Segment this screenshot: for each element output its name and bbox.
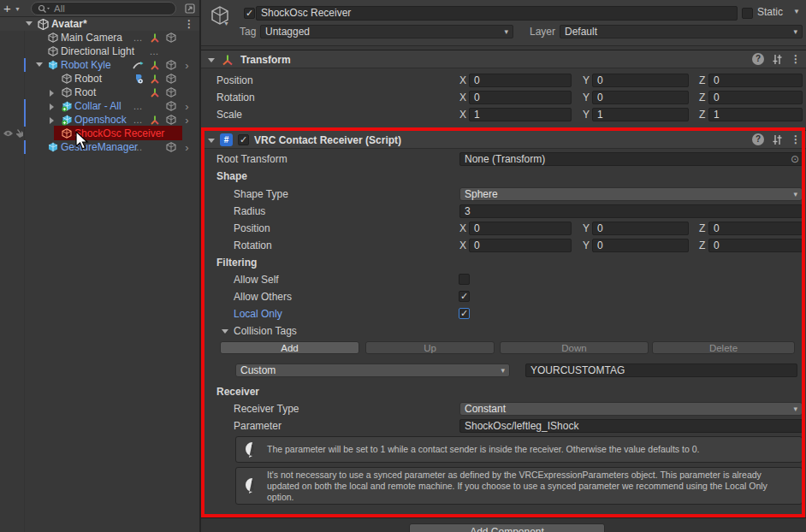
rotation-x-field[interactable]: 0 (469, 91, 572, 104)
hierarchy-item-label: GestureManager (61, 141, 138, 153)
axis-badge-icon[interactable] (146, 86, 163, 99)
shape-position-y-field[interactable]: 0 (592, 222, 689, 235)
gameobject-name-field[interactable]: ShockOsc Receiver (256, 6, 738, 21)
static-dropdown-icon[interactable]: ▼ (793, 8, 800, 15)
scale-y-field[interactable]: 1 (592, 108, 689, 121)
tag-dropdown[interactable]: Untagged (260, 25, 513, 38)
add-component-button[interactable]: Add Component (409, 523, 605, 532)
axis-badge-icon[interactable] (146, 58, 163, 72)
cube-badge-icon[interactable] (163, 99, 179, 113)
ellipsis-badge-icon[interactable]: … (130, 113, 146, 127)
ellipsis-badge-icon[interactable]: … (130, 31, 146, 44)
foldout-open-icon[interactable] (222, 329, 228, 334)
visibility-eye-icon[interactable] (3, 129, 14, 138)
presets-icon[interactable] (772, 134, 783, 145)
chevron-badge-icon[interactable]: › (179, 58, 195, 72)
axis-badge-icon[interactable] (146, 31, 163, 44)
kebab-menu-icon[interactable]: ⋮ (184, 18, 194, 30)
shape-rotation-y-field[interactable]: 0 (592, 239, 689, 252)
scale-x-field[interactable]: 1 (469, 108, 572, 121)
kebab-menu-icon[interactable]: ⋮ (791, 53, 801, 65)
foldout-open-icon[interactable] (208, 58, 215, 62)
scale-z-field[interactable]: 1 (708, 108, 803, 121)
cube-badge-icon[interactable] (163, 140, 179, 154)
position-y-field[interactable]: 0 (592, 74, 689, 87)
chevron-badge-icon[interactable]: › (179, 99, 195, 113)
ellipsis-badge-icon[interactable]: … (130, 140, 146, 154)
foldout-closed-icon[interactable] (50, 103, 54, 110)
hierarchy-row[interactable]: Main Camera… (0, 31, 199, 44)
axis-badge-icon[interactable] (146, 72, 163, 86)
custom-tag-field[interactable]: YOURCUSTOMTAG (525, 364, 797, 377)
contact-receiver-header[interactable]: # VRC Contact Receiver (Script) ? ⋮ (201, 130, 806, 149)
transform-header[interactable]: Transform ? ⋮ (201, 50, 806, 68)
hierarchy-row[interactable]: GestureManager…› (0, 140, 199, 154)
delete-button[interactable]: Delete (652, 341, 795, 354)
help-icon[interactable]: ? (752, 133, 764, 145)
hierarchy-search-input[interactable]: All (31, 2, 176, 15)
down-button[interactable]: Down (500, 341, 649, 354)
hierarchy-row[interactable]: ShockOsc Receiver (0, 127, 199, 140)
position-z-field[interactable]: 0 (708, 74, 803, 87)
active-checkbox[interactable] (244, 8, 255, 19)
presets-icon[interactable] (772, 54, 783, 65)
shape-position-x-field[interactable]: 0 (469, 222, 572, 235)
tag-type-dropdown[interactable]: Custom (235, 364, 510, 377)
hierarchy-row[interactable]: Robot (0, 72, 199, 86)
rotation-z-field[interactable]: 0 (708, 91, 803, 104)
allow-self-checkbox[interactable] (459, 274, 470, 285)
icon-picker-caret[interactable]: ▼ (223, 21, 229, 27)
rotation-y-field[interactable]: 0 (592, 91, 689, 104)
open-search-window-icon[interactable] (185, 3, 195, 14)
hierarchy-row[interactable]: Openshock…› (0, 113, 199, 127)
position-x-field[interactable]: 0 (469, 74, 572, 87)
foldout-open-icon[interactable] (208, 139, 215, 143)
receiver-type-dropdown[interactable]: Constant (459, 402, 803, 416)
help-icon[interactable]: ? (752, 53, 764, 65)
axis-badge-icon[interactable] (146, 113, 163, 127)
shape-type-dropdown[interactable]: Sphere (459, 187, 803, 201)
layer-dropdown[interactable]: Default (560, 25, 803, 38)
radius-field[interactable]: 3 (459, 204, 803, 218)
create-object-button[interactable]: + ▼ (3, 0, 26, 17)
foldout-open-icon[interactable] (36, 62, 43, 67)
scene-header-row[interactable]: Avatar* ⋮ (0, 17, 199, 31)
hierarchy-row[interactable]: Robot Kyle› (0, 58, 199, 72)
hierarchy-row[interactable]: Root (0, 86, 199, 99)
kebab-menu-icon[interactable]: ⋮ (791, 133, 801, 145)
object-picker-icon[interactable]: ⊙ (791, 153, 799, 166)
shape-position-z-field[interactable]: 0 (708, 222, 803, 235)
allow-others-checkbox[interactable] (459, 291, 470, 302)
cube-badge-icon[interactable] (163, 72, 179, 86)
shape-position-row: Position X0 Y0 Z0 (201, 220, 806, 237)
shape-rotation-z-field[interactable]: 0 (708, 239, 803, 252)
ellipsis-badge-icon[interactable]: … (146, 44, 163, 58)
cube-badge-icon[interactable] (163, 58, 179, 72)
cube-badge-icon[interactable] (163, 86, 179, 99)
hierarchy-row[interactable]: Collar - All…› (0, 99, 199, 113)
hierarchy-row[interactable]: Directional Light… (0, 44, 199, 58)
avatar-badge-icon[interactable] (130, 72, 146, 86)
static-checkbox[interactable] (742, 8, 753, 19)
up-button[interactable]: Up (365, 341, 495, 354)
bone-badge-icon[interactable] (130, 58, 146, 72)
local-only-checkbox[interactable] (459, 308, 470, 319)
foldout-closed-icon[interactable] (50, 117, 54, 124)
cube-badge-icon[interactable] (163, 113, 179, 127)
empty-slot (146, 140, 163, 154)
picking-hand-icon[interactable] (15, 128, 25, 139)
foldout-closed-icon[interactable] (50, 90, 54, 97)
collision-tags-row[interactable]: Collision Tags (201, 322, 806, 340)
component-enabled-checkbox[interactable] (238, 134, 249, 145)
hierarchy-item-label: Main Camera (61, 32, 122, 44)
chevron-badge-icon[interactable]: › (179, 140, 195, 154)
chevron-badge-icon[interactable]: › (179, 113, 195, 127)
shape-rotation-x-field[interactable]: 0 (469, 239, 572, 252)
foldout-open-icon[interactable] (26, 21, 33, 26)
add-button[interactable]: Add (220, 341, 359, 354)
root-transform-object-field[interactable]: None (Transform)⊙ (459, 152, 803, 166)
cube-outline-icon (62, 87, 72, 98)
cube-badge-icon[interactable] (163, 31, 179, 44)
ellipsis-badge-icon[interactable]: … (130, 99, 146, 113)
parameter-field[interactable]: ShockOsc/leftleg_IShock (459, 419, 803, 433)
